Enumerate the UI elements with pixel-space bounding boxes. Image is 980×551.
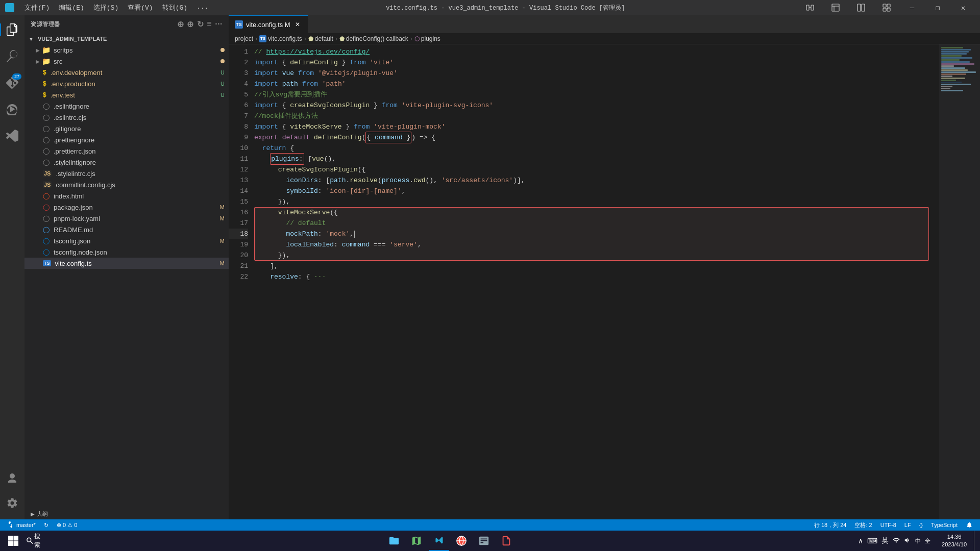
sidebar-item-index-html[interactable]: ◯ index.html (24, 190, 229, 202)
sidebar-item-readme[interactable]: ◯ README.md (24, 224, 229, 235)
sidebar-item-src[interactable]: ▶ 📁 src (24, 56, 229, 67)
activity-run[interactable] (0, 97, 24, 121)
code-content[interactable]: // https://vitejs.dev/config/ import { d… (254, 44, 939, 519)
activity-explorer[interactable] (0, 17, 24, 42)
menu-file[interactable]: 文件(F) (20, 2, 54, 13)
file-name: .prettierrc.json (54, 147, 95, 155)
tray-input-icon[interactable]: 英 (880, 535, 890, 546)
cursor-position[interactable]: 行 18，列 24 (810, 519, 851, 531)
sidebar-item-stylelintrc[interactable]: JS .stylelintrc.cjs (24, 168, 229, 179)
tray-input2-icon[interactable]: 全 (924, 536, 932, 546)
menu-more[interactable]: ... (192, 2, 212, 13)
git-branch-item[interactable]: master* (3, 519, 40, 531)
bc-plugins[interactable]: ⬡ plugins (414, 35, 440, 42)
remote-btn[interactable] (798, 0, 822, 15)
tray-keyboard-icon[interactable]: ⌨ (866, 536, 878, 546)
tray-network-icon[interactable] (892, 536, 901, 546)
sidebar-item-eslintrc[interactable]: ◯ .eslintrc.cjs (24, 112, 229, 123)
bc-file[interactable]: TS vite.config.ts (259, 35, 302, 42)
language-item[interactable]: TypeScript (927, 519, 962, 531)
line-ending-label: LF (904, 522, 911, 528)
menu-edit[interactable]: 编辑(E) (55, 2, 88, 13)
taskbar-app-map[interactable] (406, 531, 427, 551)
braces-item[interactable]: {} (915, 519, 927, 531)
language-label: TypeScript (931, 522, 958, 528)
tray-chinese-icon[interactable]: 中 (914, 536, 922, 546)
new-file-icon[interactable]: ⊕ (177, 19, 184, 29)
activity-git[interactable]: 27 (0, 70, 24, 95)
taskbar-app-files[interactable] (384, 531, 404, 551)
maximize-btn[interactable]: ❐ (926, 0, 949, 15)
clock[interactable]: 14:36 2023/4/10 (938, 533, 971, 549)
activity-settings[interactable] (0, 491, 24, 515)
sidebar-item-prettierignore[interactable]: ◯ .prettierignore (24, 134, 229, 145)
sidebar-item-vite-config[interactable]: TS vite.config.ts M (24, 258, 229, 269)
menu-goto[interactable]: 转到(G) (158, 2, 191, 13)
taskbar-app-terminal[interactable] (474, 531, 494, 551)
taskbar-app-browser[interactable] (451, 531, 472, 551)
bc-defineconfig[interactable]: ⬟ defineConfig() callback (339, 35, 408, 42)
outline-section[interactable]: ▶ 大纲 (24, 508, 229, 519)
sidebar-item-tsconfig[interactable]: ◯ tsconfig.json M (24, 235, 229, 246)
code-line-22: resolve: { ··· (254, 271, 929, 282)
tree-root-folder[interactable]: ▼ VUE3_ADMIN_TEMPLATE (24, 33, 229, 44)
customize-btn[interactable] (875, 0, 898, 15)
line-ending-item[interactable]: LF (900, 519, 915, 531)
activity-account[interactable] (0, 466, 24, 491)
sidebar-item-env-dev[interactable]: $ .env.development U (24, 67, 229, 78)
tab-vite-config[interactable]: TS vite.config.ts M ✕ (229, 15, 308, 33)
tray-arrow-icon[interactable]: ∧ (857, 536, 864, 546)
layout-btn[interactable] (824, 0, 847, 15)
taskbar-app-text[interactable] (496, 531, 517, 551)
encoding-item[interactable]: UTF-8 (876, 519, 900, 531)
sidebar-item-pnpm-lock[interactable]: ◯ pnpm-lock.yaml M (24, 213, 229, 224)
tray-icons: ∧ ⌨ 英 中 全 (854, 535, 935, 546)
tab-close-btn[interactable]: ✕ (293, 20, 302, 29)
show-desktop-btn[interactable] (974, 531, 977, 551)
spaces-item[interactable]: 空格: 2 (850, 519, 876, 531)
sidebar-item-env-test[interactable]: $ .env.test U (24, 89, 229, 101)
activity-extensions[interactable] (0, 123, 24, 148)
split-btn[interactable] (849, 0, 873, 15)
start-btn[interactable] (3, 531, 23, 551)
bc-project[interactable]: project (235, 35, 253, 42)
taskbar-app-vscode[interactable] (429, 531, 449, 551)
tray-volume-icon[interactable] (903, 536, 912, 546)
sidebar-item-tsconfig-node[interactable]: ◯ tsconfig.node.json (24, 246, 229, 258)
breadcrumb: project › TS vite.config.ts › ⬟ default … (229, 33, 980, 44)
modified-label: M (220, 260, 225, 266)
code-line-11: plugins: [vue(), (254, 154, 929, 164)
activity-search[interactable] (0, 44, 24, 68)
menu-select[interactable]: 选择(S) (89, 2, 122, 13)
sidebar-item-scritps[interactable]: ▶ 📁 scritps (24, 44, 229, 56)
status-left: master* ↻ ⊗ 0 ⚠ 0 (3, 519, 81, 531)
sidebar-item-gitignore[interactable]: ◯ .gitignore (24, 123, 229, 134)
menu-view[interactable]: 查看(V) (124, 2, 157, 13)
row-col: 行 18，列 24 (814, 521, 847, 529)
project-name: VUE3_ADMIN_TEMPLATE (38, 36, 107, 42)
sidebar-item-commitlint[interactable]: JS commitlint.config.cjs (24, 179, 229, 190)
sync-item[interactable]: ↻ (40, 519, 53, 531)
sidebar-item-eslintignore[interactable]: ◯ .eslintignore (24, 101, 229, 112)
file-name: .eslintrc.cjs (54, 114, 86, 121)
svg-rect-7 (883, 8, 886, 11)
search-taskbar-btn[interactable]: 搜索 (26, 531, 46, 551)
more-options-icon[interactable]: ··· (215, 19, 223, 29)
file-icon: ◯ (43, 237, 50, 244)
sidebar-item-package-json[interactable]: ◯ package.json M (24, 202, 229, 213)
errors-item[interactable]: ⊗ 0 ⚠ 0 (53, 519, 81, 531)
sidebar-item-env-prod[interactable]: $ .env.production U (24, 78, 229, 89)
refresh-icon[interactable]: ↻ (197, 19, 204, 29)
folder-name: scritps (54, 46, 73, 54)
close-btn[interactable]: ✕ (951, 0, 975, 15)
sidebar-item-prettierrcjson[interactable]: ◯ .prettierrc.json (24, 145, 229, 157)
collapse-icon[interactable]: ≡ (207, 19, 212, 29)
notifications-item[interactable] (962, 519, 977, 531)
bc-sep3: › (335, 35, 337, 42)
new-folder-icon[interactable]: ⊕ (187, 19, 194, 29)
sidebar-item-stylelintignore[interactable]: ◯ .stylelintignore (24, 157, 229, 168)
minimize-btn[interactable]: — (900, 0, 924, 15)
bc-default[interactable]: ⬟ default (308, 35, 333, 42)
file-name: .prettierignore (54, 136, 94, 144)
minimap[interactable] (939, 44, 980, 519)
